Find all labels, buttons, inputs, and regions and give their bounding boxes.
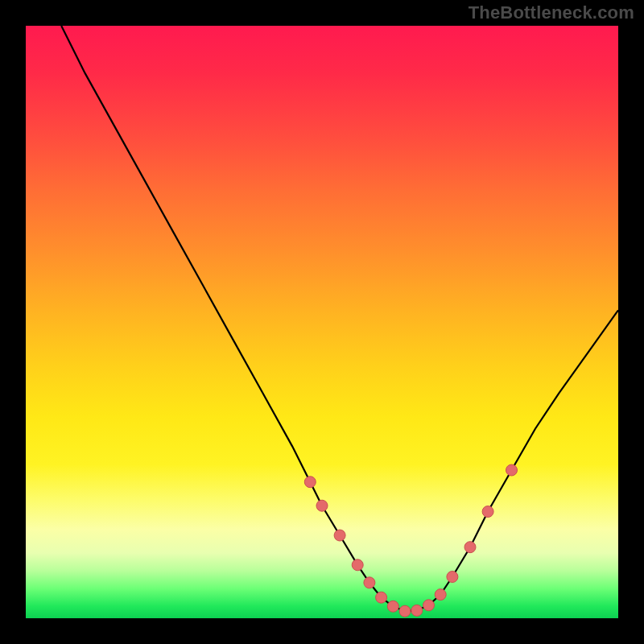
highlight-dot (334, 530, 345, 541)
highlight-dot (423, 600, 435, 611)
highlight-dot (447, 572, 458, 583)
curve-svg (26, 26, 618, 618)
highlight-dot (387, 601, 398, 612)
highlight-dot (399, 605, 411, 617)
highlight-dot (506, 464, 518, 476)
watermark-text: TheBottleneck.com (469, 2, 634, 23)
highlight-dot (376, 592, 387, 603)
highlight-dot (304, 477, 316, 488)
highlight-dot (411, 605, 423, 616)
chart-frame: TheBottleneck.com (0, 0, 644, 644)
highlight-dot (464, 542, 476, 553)
highlight-dot (482, 506, 493, 518)
plot-area (26, 26, 618, 618)
bottleneck-curve (61, 26, 618, 611)
highlight-dot (316, 500, 328, 511)
highlight-dots (304, 464, 517, 617)
highlight-dot (352, 559, 363, 571)
highlight-dot (435, 589, 446, 601)
highlight-dot (364, 577, 375, 588)
